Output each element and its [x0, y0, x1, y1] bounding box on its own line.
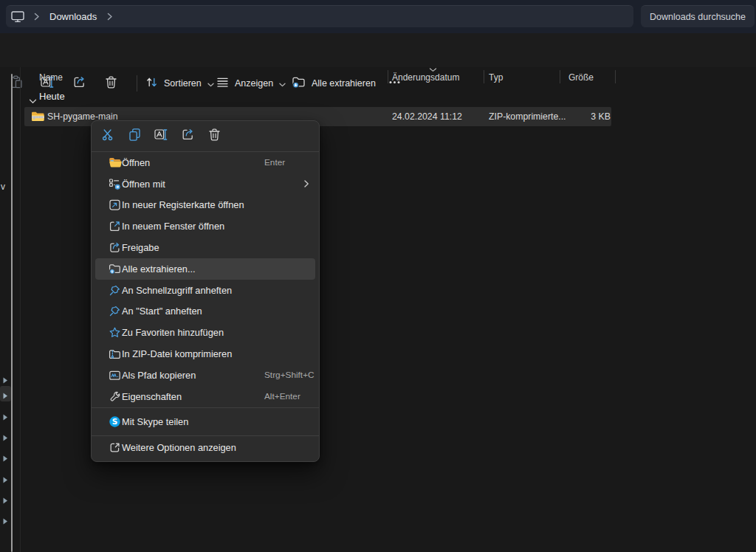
address-bar[interactable]: Downloads: [6, 5, 633, 27]
column-divider[interactable]: [615, 70, 616, 83]
share-icon: [109, 241, 122, 254]
menu-item-open-new-window[interactable]: In neuem Fenster öffnen: [92, 215, 319, 237]
menu-item-pin-quick-access[interactable]: An Schnellzugriff anheften: [92, 280, 319, 301]
group-label[interactable]: Heute: [39, 91, 65, 102]
zip-compress-icon: [109, 348, 122, 360]
context-menu: Öffnen Enter Öffnen mit In neuer Registe…: [91, 120, 320, 462]
star-icon: [109, 326, 122, 339]
tree-expand-icon[interactable]: [2, 411, 9, 419]
sort-button[interactable]: Sortieren: [142, 73, 217, 94]
trash-icon: [207, 128, 221, 145]
pane-divider: [20, 67, 21, 552]
skype-icon: S: [109, 415, 122, 428]
extract-label: Alle extrahieren: [312, 78, 376, 89]
copy-path-icon: [109, 369, 122, 382]
view-label: Anzeigen: [235, 78, 273, 89]
tree-expand-icon[interactable]: [2, 390, 9, 398]
view-button[interactable]: Anzeigen: [213, 73, 289, 94]
column-header-name[interactable]: Name: [39, 72, 63, 83]
menu-item-add-favorites[interactable]: Zu Favoriten hinzufügen: [92, 322, 319, 343]
file-size: 3 KB: [560, 107, 611, 126]
delete-button[interactable]: [101, 74, 120, 93]
delete-button[interactable]: [205, 127, 224, 145]
quick-actions-row: [92, 121, 319, 151]
file-type: ZIP-komprimierte...: [489, 107, 566, 126]
file-modified: 24.02.2024 11:12: [392, 107, 462, 126]
menu-item-pin-start[interactable]: An "Start" anheften: [92, 301, 319, 322]
menu-item-compress-zip[interactable]: In ZIP-Datei komprimieren: [92, 343, 319, 365]
chevron-right-icon[interactable]: [33, 12, 40, 21]
zip-folder-icon: [31, 111, 45, 125]
share-icon: [181, 128, 195, 145]
new-tab-icon: [109, 199, 122, 211]
share-button[interactable]: [179, 127, 197, 145]
nav-scrollbar[interactable]: [11, 74, 13, 552]
menu-item-open-with[interactable]: Öffnen mit: [92, 173, 319, 195]
breadcrumb-downloads[interactable]: Downloads: [49, 11, 97, 22]
extract-icon: [109, 263, 122, 275]
pin-icon: [109, 284, 122, 297]
chevron-down-icon: [279, 77, 286, 90]
column-divider[interactable]: [484, 70, 484, 83]
tree-expand-icon[interactable]: [2, 452, 9, 460]
copy-icon: [128, 128, 142, 145]
menu-item-open[interactable]: Öffnen Enter: [92, 152, 319, 173]
paste-button[interactable]: [7, 74, 26, 93]
extract-icon: [292, 75, 306, 92]
cut-button[interactable]: [99, 127, 117, 145]
title-bar: Downloads: [0, 0, 756, 33]
menu-item-properties[interactable]: Eigenschaften Alt+Enter: [92, 386, 319, 407]
nav-clipped-label: v: [1, 182, 5, 192]
sort-icon: [145, 76, 158, 92]
menu-item-copy-as-path[interactable]: Als Pfad kopieren Strg+Shift+C: [92, 365, 319, 386]
file-explorer-window: Downloads: [0, 0, 756, 552]
more-options-icon: [109, 441, 122, 454]
submenu-chevron-icon: [303, 179, 309, 188]
rename-button[interactable]: [152, 127, 171, 145]
sort-label: Sortieren: [164, 78, 202, 89]
extract-all-button[interactable]: Alle extrahieren: [289, 73, 379, 94]
wrench-icon: [109, 390, 122, 403]
view-list-icon: [216, 76, 229, 92]
column-header-size[interactable]: Größe: [568, 72, 594, 83]
menu-item-extract-all[interactable]: Alle extrahieren...: [95, 258, 315, 280]
open-folder-icon: [109, 156, 122, 168]
column-divider[interactable]: [560, 70, 560, 83]
this-pc-icon: [11, 10, 24, 23]
menu-item-show-more-options[interactable]: Weitere Optionen anzeigen: [92, 436, 319, 459]
column-header-type[interactable]: Typ: [489, 72, 503, 83]
pin-icon: [109, 305, 122, 317]
group-collapse-icon[interactable]: [29, 94, 37, 107]
menu-item-open-new-tab[interactable]: In neuer Registerkarte öffnen: [92, 195, 319, 216]
share-icon: [72, 75, 86, 92]
tree-expand-icon[interactable]: [2, 494, 9, 503]
copy-button[interactable]: [126, 127, 144, 145]
tree-expand-icon[interactable]: [2, 474, 9, 482]
share-button[interactable]: [69, 74, 89, 93]
menu-item-share-skype[interactable]: S Mit Skype teilen: [92, 408, 319, 435]
rename-icon: [154, 128, 168, 145]
trash-icon: [104, 75, 118, 92]
open-with-icon: [109, 178, 122, 190]
menu-item-share[interactable]: Freigabe: [92, 237, 319, 258]
svg-text:S: S: [112, 417, 118, 426]
new-window-icon: [109, 220, 122, 232]
command-toolbar: Sortieren Anzeigen Alle extrahieren: [0, 33, 756, 67]
search-input[interactable]: [641, 5, 755, 27]
column-divider[interactable]: [388, 70, 388, 83]
cut-icon: [101, 128, 115, 145]
column-header-modified[interactable]: Änderungsdatum: [392, 72, 459, 83]
tree-expand-icon[interactable]: [2, 432, 9, 440]
tree-expand-icon[interactable]: [2, 374, 9, 382]
tree-expand-icon[interactable]: [2, 515, 9, 523]
toolbar-divider: [137, 75, 137, 92]
chevron-right-icon[interactable]: [106, 12, 113, 21]
